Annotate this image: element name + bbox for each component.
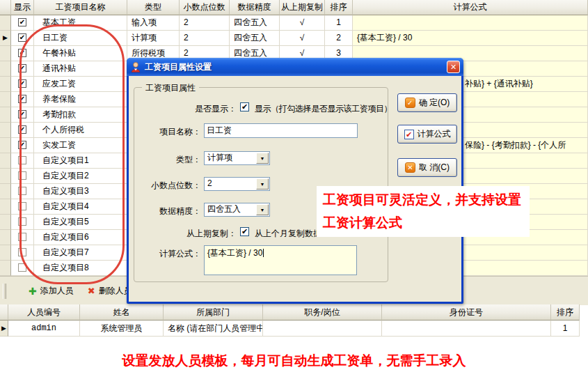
salary-item-row[interactable]: ▶✔日工资计算项2四舍五入√2{基本工资} / 30 <box>0 31 588 46</box>
decimals-cell[interactable]: 2 <box>180 31 230 46</box>
display-checkbox-cell <box>11 245 34 261</box>
person-dept-cell[interactable]: 名称 (请在部门人员管理中修 <box>164 321 263 337</box>
decimals-dropdown[interactable]: 2 ▼ <box>204 177 270 191</box>
show-checkbox[interactable]: ✔ <box>240 102 249 111</box>
column-header-4[interactable]: 小数点位数 <box>180 0 230 15</box>
item-name-cell[interactable]: 基本工资 <box>34 15 127 31</box>
person-column-header-6[interactable]: 排序 <box>551 304 580 321</box>
item-name-cell[interactable]: 个人所得税 <box>34 123 127 138</box>
item-name-cell[interactable]: 应发工资 <box>34 77 127 92</box>
item-name-cell[interactable]: 自定义项目3 <box>34 184 127 199</box>
display-checkbox[interactable] <box>18 156 26 164</box>
display-checkbox[interactable]: ✔ <box>18 141 26 149</box>
column-header-5[interactable]: 数据精度 <box>230 0 280 15</box>
person-column-header-3[interactable]: 所属部门 <box>164 304 263 321</box>
copy-label: 从上期复制： <box>136 228 237 239</box>
type-cell[interactable]: 输入项 <box>127 15 180 31</box>
item-name-cell[interactable]: 自定义项目1 <box>34 153 127 169</box>
item-name-cell[interactable]: 考勤扣款 <box>34 107 127 123</box>
add-person-button[interactable]: ✚ 添加人员 <box>24 282 78 300</box>
person-row[interactable]: ▶admin系统管理员名称 (请在部门人员管理中修1 <box>0 321 580 337</box>
display-checkbox[interactable]: ✔ <box>18 33 26 42</box>
display-checkbox[interactable]: ✔ <box>18 125 26 134</box>
display-checkbox-cell: ✔ <box>11 31 34 46</box>
ok-button[interactable]: ✓ 确 定(O) <box>397 93 457 112</box>
person-column-header-4[interactable]: 职务/岗位 <box>263 304 382 321</box>
display-checkbox-cell <box>11 184 34 199</box>
item-name-cell[interactable]: 实发工资 <box>34 138 127 153</box>
close-icon[interactable]: ✕ <box>447 61 460 73</box>
item-name-cell[interactable]: 午餐补贴 <box>34 46 127 61</box>
column-header-2[interactable]: 工资项目名称 <box>34 0 127 15</box>
person-column-header-5[interactable]: 身份证号 <box>382 304 551 321</box>
cancel-button[interactable]: ✕ 取 消(C) <box>397 158 457 177</box>
item-name-cell[interactable]: 自定义项目8 <box>34 261 127 276</box>
display-checkbox[interactable] <box>18 263 26 272</box>
salary-item-row[interactable]: ✔基本工资输入项2四舍五入√1 <box>0 15 588 31</box>
person-job-cell[interactable] <box>263 321 382 337</box>
display-checkbox[interactable] <box>18 233 26 241</box>
item-name-cell[interactable]: 自定义项目5 <box>34 215 127 230</box>
cancel-button-label: 取 消(C) <box>419 162 450 173</box>
formula-cell[interactable]: {基本工资} / 30 <box>353 31 588 46</box>
column-header-7[interactable]: 排序 <box>325 0 353 15</box>
precision-dropdown[interactable]: 四舍五入 ▼ <box>204 203 270 217</box>
copy-checkbox[interactable]: ✔ <box>240 227 249 236</box>
display-checkbox[interactable] <box>18 202 26 210</box>
person-column-header-2[interactable]: 姓名 <box>80 304 164 321</box>
dialog-titlebar[interactable]: 工资项目属性设置 ✕ <box>127 58 463 76</box>
column-header-1[interactable]: 显示 <box>11 0 34 15</box>
plus-icon: ✚ <box>29 286 37 296</box>
display-checkbox[interactable] <box>18 248 26 256</box>
item-name-input[interactable] <box>204 123 358 138</box>
item-name-cell[interactable]: 自定义项目4 <box>34 199 127 215</box>
item-name-cell[interactable]: 自定义项目6 <box>34 230 127 245</box>
precision-cell[interactable]: 四舍五入 <box>230 31 280 46</box>
display-checkbox[interactable]: ✔ <box>18 95 26 103</box>
text-caret <box>263 249 264 257</box>
column-header-6[interactable]: 从上期复制 <box>280 0 325 15</box>
type-cell[interactable]: 计算项 <box>127 31 180 46</box>
item-name-cell[interactable]: 日工资 <box>34 31 127 46</box>
bottom-note: 设置发放人员模板，每月可自动生成工资单，无需手工录入 <box>0 352 588 370</box>
formula-textarea[interactable]: {基本工资} / 30 <box>204 245 357 275</box>
row-indicator <box>0 230 11 245</box>
order-cell[interactable]: 2 <box>325 31 353 46</box>
copy-flag-cell[interactable]: √ <box>280 31 325 46</box>
display-checkbox-cell <box>11 230 34 245</box>
toolbar-grip <box>3 284 6 299</box>
row-indicator <box>0 184 11 199</box>
ok-button-label: 确 定(O) <box>419 97 450 109</box>
display-checkbox[interactable]: ✔ <box>18 49 26 57</box>
type-value: 计算项 <box>207 153 232 162</box>
decimals-cell[interactable]: 2 <box>180 15 230 31</box>
display-checkbox[interactable] <box>18 217 26 226</box>
item-name-cell[interactable]: 养老保险 <box>34 92 127 107</box>
type-dropdown[interactable]: 计算项 ▼ <box>204 151 270 165</box>
chevron-down-icon: ▼ <box>256 153 269 164</box>
formula-cell[interactable] <box>353 15 588 31</box>
display-checkbox-cell: ✔ <box>11 61 34 77</box>
display-checkbox[interactable]: ✔ <box>18 64 26 72</box>
item-name-cell[interactable]: 通讯补贴 <box>34 61 127 77</box>
copy-flag-cell[interactable]: √ <box>280 15 325 31</box>
person-name-cell[interactable]: 系统管理员 <box>80 321 164 337</box>
person-order-cell[interactable]: 1 <box>551 321 580 337</box>
precision-cell[interactable]: 四舍五入 <box>230 15 280 31</box>
column-header-8[interactable]: 计算公式 <box>353 0 588 15</box>
display-checkbox[interactable]: ✔ <box>18 110 26 118</box>
row-indicator <box>0 169 11 184</box>
column-header-3[interactable]: 类型 <box>127 0 180 15</box>
display-checkbox[interactable]: ✔ <box>18 79 26 88</box>
formula-button[interactable]: ✔ 计算公式 <box>397 125 457 144</box>
display-checkbox[interactable] <box>18 187 26 195</box>
person-id-cell[interactable]: admin <box>8 321 80 337</box>
person-idcard-cell[interactable] <box>382 321 551 337</box>
item-name-cell[interactable]: 自定义项目7 <box>34 245 127 261</box>
order-cell[interactable]: 1 <box>325 15 353 31</box>
person-column-header-1[interactable]: 人员编号 <box>8 304 80 321</box>
display-checkbox[interactable]: ✔ <box>18 18 26 26</box>
formula-text: {基本工资} / 30 <box>207 248 262 258</box>
item-name-cell[interactable]: 自定义项目2 <box>34 169 127 184</box>
display-checkbox[interactable] <box>18 171 26 180</box>
